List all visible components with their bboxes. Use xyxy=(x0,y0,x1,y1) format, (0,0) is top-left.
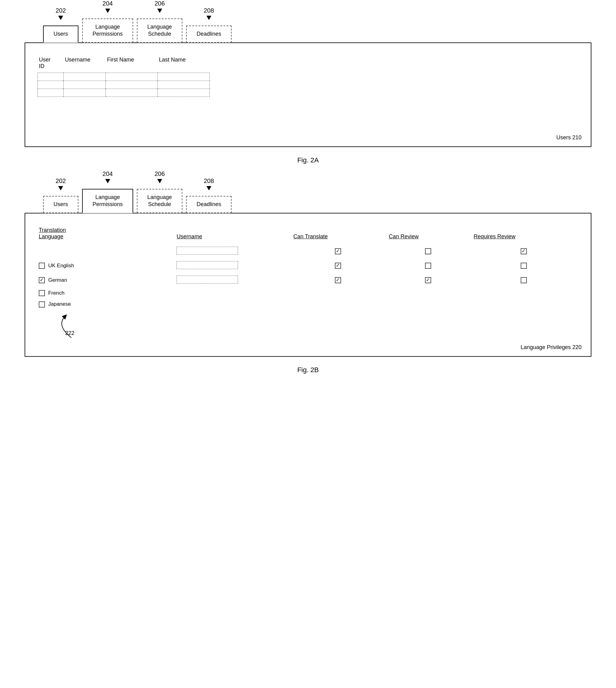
checkbox-can-review-3[interactable] xyxy=(425,277,431,283)
cell-username-b5 xyxy=(175,298,292,310)
lang-priv-table: TranslationLanguage Username Can Transla… xyxy=(38,226,578,310)
checkbox-french[interactable] xyxy=(39,290,45,296)
tab-users-2b[interactable]: 202 Users xyxy=(43,196,79,213)
table-row: French xyxy=(38,288,578,299)
checkbox-can-translate-1[interactable] xyxy=(335,248,341,254)
lang-label-uk-english: UK English xyxy=(48,263,74,268)
figure-label-2a: Fig. 2A xyxy=(25,156,591,164)
cell-username-1 xyxy=(64,72,106,81)
callout-222-container: 222 xyxy=(38,313,578,344)
checkbox-german[interactable] xyxy=(39,277,45,283)
lang-label-french: French xyxy=(48,290,65,296)
table-row xyxy=(38,244,578,259)
cell-firstname-1 xyxy=(106,72,158,81)
cell-username-b3 xyxy=(175,273,292,288)
cell-can-translate-2 xyxy=(292,259,388,273)
cell-lang-2: UK English xyxy=(38,259,175,273)
col-userid: UserID xyxy=(38,56,64,73)
checkbox-uk-english[interactable] xyxy=(39,263,45,269)
callout-204-2b: 204 xyxy=(103,170,113,183)
checkbox-can-review-2[interactable] xyxy=(425,263,431,269)
tabs-row-2b: 202 Users 204 LanguagePermissions 206 La… xyxy=(43,189,591,213)
arrow-222-icon xyxy=(47,313,96,341)
checkbox-requires-review-3[interactable] xyxy=(521,277,527,283)
col-can-translate: Can Translate xyxy=(292,226,388,244)
cell-username-b1 xyxy=(175,244,292,259)
tab-deadlines-2a[interactable]: 208 Deadlines xyxy=(186,25,232,42)
checkbox-japanese[interactable] xyxy=(39,302,45,308)
cell-firstname-2 xyxy=(106,81,158,89)
cell-can-review-4 xyxy=(388,288,472,299)
table-row xyxy=(38,89,210,96)
callout-208-2a: 208 xyxy=(204,6,214,20)
figure-label-2b: Fig. 2B xyxy=(25,366,591,374)
table-row: German xyxy=(38,273,578,288)
tab-language-schedule-2b[interactable]: 206 LanguageSchedule xyxy=(137,189,182,213)
tab-language-permissions-2b[interactable]: 204 LanguagePermissions xyxy=(82,189,133,213)
cell-userid-2 xyxy=(38,81,64,89)
callout-202-2a: 202 xyxy=(56,6,66,20)
cell-can-review-2 xyxy=(388,259,472,273)
checkbox-can-translate-3[interactable] xyxy=(335,277,341,283)
lang-label-japanese: Japanese xyxy=(48,301,71,307)
cell-requires-review-5 xyxy=(472,298,578,310)
callout-206-2a: 206 xyxy=(154,0,164,13)
panel-2b: TranslationLanguage Username Can Transla… xyxy=(25,213,591,357)
col-can-review: Can Review xyxy=(388,226,472,244)
cell-can-translate-4 xyxy=(292,288,388,299)
table-row: UK English xyxy=(38,259,578,273)
figure-2a: 202 Users 204 LanguagePermissions 206 La… xyxy=(25,19,591,164)
figure-2b: 202 Users 204 LanguagePermissions 206 La… xyxy=(25,189,591,374)
panel-label-2b: Language Privileges 220 xyxy=(521,344,581,351)
cell-can-translate-1 xyxy=(292,244,388,259)
checkbox-requires-review-1[interactable] xyxy=(521,248,527,254)
cell-can-review-3 xyxy=(388,273,472,288)
col-translation-language: TranslationLanguage xyxy=(38,226,175,244)
col-username: Username xyxy=(64,56,106,73)
cell-userid-1 xyxy=(38,72,64,81)
username-input-3[interactable] xyxy=(177,275,238,284)
cell-requires-review-2 xyxy=(472,259,578,273)
tab-language-schedule-2a[interactable]: 206 LanguageSchedule xyxy=(137,19,182,43)
tabs-row-2a: 202 Users 204 LanguagePermissions 206 La… xyxy=(43,19,591,43)
cell-lang-1 xyxy=(38,244,175,259)
cell-requires-review-4 xyxy=(472,288,578,299)
cell-can-review-1 xyxy=(388,244,472,259)
cell-lastname-1 xyxy=(158,72,210,81)
table-row: Japanese xyxy=(38,298,578,310)
cell-username-b4 xyxy=(175,288,292,299)
username-input-2[interactable] xyxy=(177,261,238,269)
cell-lang-3: German xyxy=(38,273,175,288)
username-input-1[interactable] xyxy=(177,247,238,254)
checkbox-can-review-1[interactable] xyxy=(425,248,431,254)
table-row xyxy=(38,72,210,81)
cell-firstname-3 xyxy=(106,89,158,96)
cell-requires-review-1 xyxy=(472,244,578,259)
tab-language-permissions-2a[interactable]: 204 LanguagePermissions xyxy=(82,19,133,43)
tab-deadlines-2b[interactable]: 208 Deadlines xyxy=(186,196,232,213)
cell-can-translate-3 xyxy=(292,273,388,288)
col-firstname: First Name xyxy=(106,56,158,73)
cell-lang-4: French xyxy=(38,288,175,299)
tab-users-2a[interactable]: 202 Users xyxy=(43,25,79,42)
cell-userid-3 xyxy=(38,89,64,96)
table-row xyxy=(38,81,210,89)
lang-label-german: German xyxy=(48,277,67,283)
panel-2a: UserID Username First Name Last Name xyxy=(25,42,591,147)
panel-label-2a: Users 210 xyxy=(556,134,581,141)
cell-can-translate-5 xyxy=(292,298,388,310)
callout-208-2b: 208 xyxy=(204,177,214,191)
callout-222-label: 222 xyxy=(65,330,74,336)
cell-lastname-3 xyxy=(158,89,210,96)
callout-204-2a: 204 xyxy=(103,0,113,13)
cell-lastname-2 xyxy=(158,81,210,89)
checkbox-can-translate-2[interactable] xyxy=(335,263,341,269)
cell-requires-review-3 xyxy=(472,273,578,288)
cell-can-review-5 xyxy=(388,298,472,310)
cell-username-2 xyxy=(64,81,106,89)
cell-username-b2 xyxy=(175,259,292,273)
col-lastname: Last Name xyxy=(158,56,210,73)
cell-lang-5: Japanese xyxy=(38,298,175,310)
callout-206-2b: 206 xyxy=(154,170,164,183)
checkbox-requires-review-2[interactable] xyxy=(521,263,527,269)
